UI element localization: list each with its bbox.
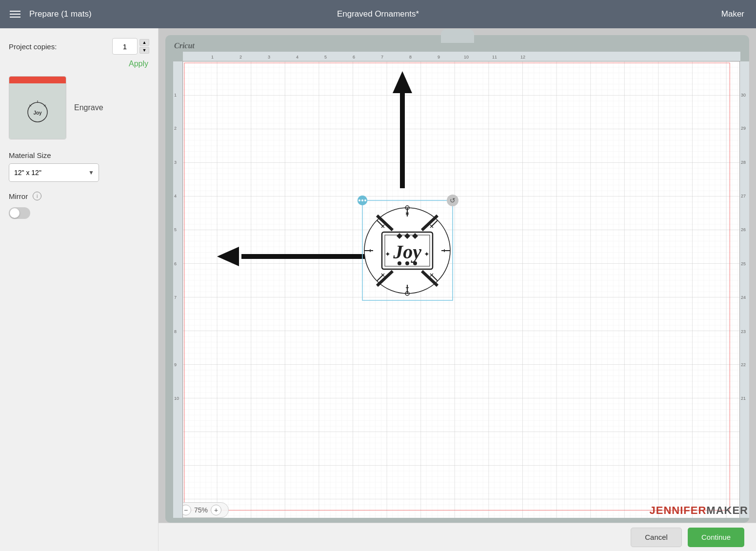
- svg-text:10: 10: [174, 396, 179, 401]
- svg-text:1: 1: [211, 55, 214, 59]
- svg-text:21: 21: [741, 396, 746, 401]
- svg-text:Joy: Joy: [393, 241, 421, 263]
- mat-thumbnail-inner: Joy: [9, 77, 66, 139]
- zoom-in-button[interactable]: +: [211, 505, 221, 515]
- svg-text:5: 5: [174, 227, 177, 232]
- svg-text:7: 7: [174, 295, 177, 300]
- svg-text:3: 3: [268, 55, 270, 59]
- ruler-left-svg: 1 2 3 4 5 6 7 8 9 10: [173, 61, 183, 518]
- ruler-top: 1 2 3 4 5 6 7 8 9 10 11 12: [183, 52, 740, 61]
- mat-top-bar: [9, 77, 66, 83]
- svg-text:6: 6: [174, 261, 177, 266]
- svg-text:30: 30: [741, 93, 746, 98]
- cancel-button[interactable]: Cancel: [631, 528, 682, 547]
- apply-button[interactable]: Apply: [9, 59, 149, 68]
- svg-text:23: 23: [741, 329, 746, 334]
- copies-input-wrap: ▲ ▼: [112, 38, 149, 55]
- svg-point-88: [413, 261, 417, 265]
- zoom-percentage: 75%: [194, 506, 208, 514]
- mat-thumbnail: Joy: [9, 76, 66, 139]
- logo-jennifer: JENNIFER: [650, 504, 707, 516]
- svg-text:26: 26: [741, 227, 746, 232]
- mat-top-handle: [441, 29, 474, 43]
- bottom-bar: Cancel Continue: [159, 523, 756, 551]
- svg-point-93: [358, 199, 360, 201]
- mat-preview-row: Joy Engrave: [9, 76, 149, 139]
- cricut-logo: Cricut: [173, 40, 212, 52]
- ruler-right: 30 29 28 27 26 25 24 23 22 21: [739, 61, 749, 518]
- mat-design-preview: Joy: [24, 97, 51, 126]
- svg-text:5: 5: [324, 55, 327, 59]
- sidebar: Project copies: ▲ ▼ Apply Joy: [0, 28, 159, 551]
- svg-text:9: 9: [174, 362, 177, 367]
- ruler-left: 1 2 3 4 5 6 7 8 9 10: [173, 61, 183, 518]
- svg-point-87: [405, 261, 409, 265]
- material-size-label: Material Size: [9, 151, 149, 159]
- svg-text:28: 28: [741, 160, 746, 165]
- menu-icon[interactable]: [10, 11, 20, 18]
- svg-text:22: 22: [741, 362, 746, 367]
- copies-increment[interactable]: ▲: [139, 39, 149, 46]
- material-size-select[interactable]: 12" x 12" 12" x 24" Custom: [9, 163, 99, 182]
- continue-button[interactable]: Continue: [688, 528, 744, 547]
- ruler-top-svg: 1 2 3 4 5 6 7 8 9 10 11 12: [183, 52, 740, 61]
- svg-text:27: 27: [741, 194, 746, 198]
- svg-point-94: [361, 199, 363, 201]
- copies-input[interactable]: [112, 38, 138, 55]
- header: Prepare (1 mats) Engraved Ornaments* Mak…: [0, 0, 756, 28]
- svg-text:11: 11: [492, 55, 497, 59]
- svg-point-95: [364, 199, 366, 201]
- svg-text:↺: ↺: [450, 197, 456, 204]
- copies-spinners: ▲ ▼: [139, 39, 149, 54]
- svg-text:1: 1: [174, 93, 177, 98]
- svg-text:2: 2: [174, 126, 177, 131]
- svg-text:8: 8: [174, 329, 177, 334]
- main-layout: Project copies: ▲ ▼ Apply Joy: [0, 28, 756, 551]
- svg-text:29: 29: [741, 126, 746, 131]
- grid-area: Joy ✦ ✦: [183, 61, 739, 518]
- svg-text:25: 25: [741, 261, 746, 266]
- ruler-right-svg: 30 29 28 27 26 25 24 23 22 21: [740, 61, 749, 518]
- svg-text:6: 6: [353, 55, 355, 59]
- jm-logo: JENNIFERMAKER: [650, 504, 748, 517]
- mat-visual: Cricut 1 2 3 4 5 6 7 8 9: [165, 35, 749, 523]
- mat-label: Engrave: [74, 103, 103, 112]
- svg-rect-39: [183, 61, 739, 518]
- copies-decrement[interactable]: ▼: [139, 47, 149, 54]
- header-title: Prepare (1 mats): [29, 9, 92, 19]
- project-copies-row: Project copies: ▲ ▼: [9, 38, 149, 55]
- grid-svg: Joy ✦ ✦: [183, 61, 739, 518]
- svg-text:✦: ✦: [385, 250, 391, 258]
- svg-point-86: [398, 261, 401, 265]
- svg-text:3: 3: [174, 160, 177, 165]
- svg-text:7: 7: [381, 55, 383, 59]
- svg-text:✦: ✦: [424, 250, 430, 258]
- mirror-toggle[interactable]: [9, 207, 30, 219]
- mirror-row: Mirror i: [9, 192, 149, 200]
- svg-text:8: 8: [409, 55, 412, 59]
- svg-text:4: 4: [174, 194, 177, 198]
- project-title: Engraved Ornaments*: [337, 9, 419, 19]
- svg-text:Cricut: Cricut: [174, 41, 195, 50]
- svg-text:2: 2: [239, 55, 242, 59]
- svg-text:10: 10: [464, 55, 469, 59]
- mirror-label: Mirror: [9, 192, 28, 200]
- svg-text:9: 9: [438, 55, 440, 59]
- toggle-knob: [10, 208, 20, 218]
- material-size-select-wrap[interactable]: 12" x 12" 12" x 24" Custom ▼: [9, 163, 99, 182]
- svg-text:4: 4: [296, 55, 298, 59]
- device-label: Maker: [721, 9, 744, 19]
- canvas-area: Cricut 1 2 3 4 5 6 7 8 9: [159, 28, 756, 551]
- svg-text:12: 12: [520, 55, 525, 59]
- svg-text:24: 24: [741, 295, 746, 300]
- project-copies-label: Project copies:: [9, 42, 112, 51]
- svg-text:Joy: Joy: [33, 110, 42, 116]
- logo-maker: MAKER: [706, 504, 748, 516]
- mirror-info-icon[interactable]: i: [33, 192, 41, 200]
